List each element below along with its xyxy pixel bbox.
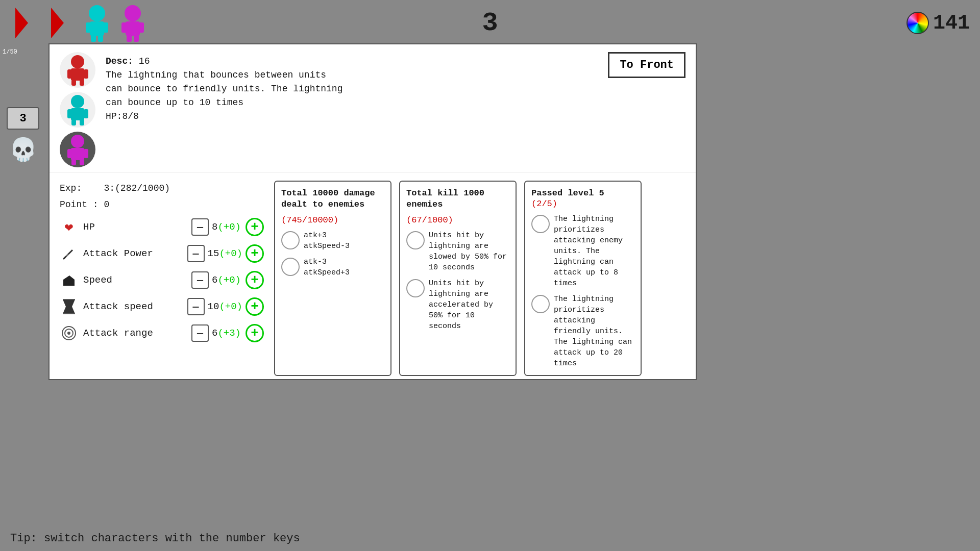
kill-card-title: Total kill 1000 enemies	[406, 188, 509, 210]
speed-bonus: (+0)	[217, 274, 241, 286]
speed-minus-button[interactable]: —	[191, 271, 209, 289]
wave-number: 3	[482, 8, 498, 38]
attack-power-value: 15(+0)	[208, 248, 242, 259]
health-bar-text: 1/50	[3, 48, 17, 56]
svg-rect-22	[67, 109, 72, 118]
level-card: Passed level 5 (2/5) The lightning prior…	[524, 181, 642, 376]
hp-minus-button[interactable]: —	[191, 218, 209, 236]
svg-rect-10	[121, 22, 127, 33]
sidebar: 3 💀	[0, 46, 46, 383]
svg-marker-1	[51, 8, 64, 38]
desc-line2: can bounce to friendly units. The lightn…	[106, 82, 598, 96]
attack-speed-plus-button[interactable]: +	[246, 297, 264, 316]
avatar-cyan	[60, 92, 95, 128]
svg-rect-7	[98, 35, 103, 42]
stat-row-attack-speed: Attack speed — 10(+0) +	[60, 295, 264, 318]
main-panel: Desc: 16 The lightning that bounces betw…	[48, 43, 697, 380]
svg-marker-37	[63, 299, 75, 314]
attack-speed-minus-button[interactable]: —	[187, 298, 205, 315]
svg-rect-29	[84, 149, 88, 158]
wave-badge[interactable]: 3	[7, 107, 39, 130]
damage-option-1-circle[interactable]	[281, 231, 300, 249]
skull-icon: 💀	[8, 135, 38, 165]
attack-power-minus-button[interactable]: —	[187, 245, 205, 262]
stat-controls-attack-range: — 6(+3) +	[191, 324, 264, 342]
damage-card: Total 10000 damage dealt to enemies (745…	[274, 181, 391, 376]
exp-value: 3:(282/1000)	[104, 183, 170, 193]
stat-label-hp: HP	[83, 221, 165, 233]
char-avatars	[60, 52, 95, 167]
hourglass-icon	[60, 297, 78, 316]
stat-label-speed: Speed	[83, 274, 165, 286]
svg-marker-0	[15, 8, 28, 38]
desc-line3: can bounce up to 10 times	[106, 96, 598, 110]
level-option-1[interactable]: The lightning prioritizes attacking enem…	[531, 214, 634, 289]
svg-rect-6	[91, 35, 96, 42]
svg-rect-23	[84, 109, 88, 118]
svg-rect-9	[126, 21, 140, 36]
attack-power-plus-button[interactable]: +	[246, 244, 264, 263]
level-card-title: Passed level 5 (2/5)	[531, 188, 634, 209]
attack-range-minus-button[interactable]: —	[191, 324, 209, 342]
player-icon-red-2	[46, 5, 77, 41]
svg-rect-18	[71, 80, 76, 86]
damage-option-1[interactable]: atk+3atkSpeed-3	[281, 230, 384, 252]
player-icon-magenta	[117, 5, 148, 41]
speed-plus-button[interactable]: +	[246, 271, 264, 289]
svg-point-26	[71, 135, 84, 148]
level-option-2[interactable]: The lightning prioritizes attacking frie…	[531, 294, 634, 369]
svg-line-35	[66, 254, 68, 256]
svg-rect-13	[134, 35, 139, 42]
level-card-progress: (2/5)	[531, 199, 557, 209]
heart-icon: ❤	[60, 218, 78, 236]
kill-option-2-text: Units hit by lightning are accelerated b…	[429, 278, 509, 332]
bottom-tip: Tip: switch characters with the number k…	[0, 525, 980, 551]
stats-section: Exp: 3:(282/1000) Point : 0 ❤ HP — 8(+0)…	[60, 178, 264, 376]
attack-range-plus-button[interactable]: +	[246, 324, 264, 342]
damage-option-2-text: atk-3atkSpeed+3	[304, 257, 350, 278]
svg-rect-17	[84, 69, 88, 79]
kill-card-progress: (67/1000)	[406, 215, 509, 225]
kill-option-1-circle[interactable]	[406, 231, 425, 249]
stat-label-attack-speed: Attack speed	[83, 301, 165, 312]
exp-line: Exp: 3:(282/1000)	[60, 183, 264, 193]
kill-option-1[interactable]: Units hit by lightning are slowed by 50%…	[406, 230, 509, 273]
panel-body: Exp: 3:(282/1000) Point : 0 ❤ HP — 8(+0)…	[50, 173, 696, 381]
desc-label: Desc:	[106, 56, 133, 66]
kill-option-2-circle[interactable]	[406, 279, 425, 297]
to-front-button[interactable]: To Front	[608, 52, 685, 78]
svg-rect-24	[71, 119, 76, 126]
stat-label-attack-range: Attack range	[83, 328, 165, 339]
damage-option-1-text: atk+3atkSpeed-3	[304, 230, 350, 252]
svg-rect-27	[71, 148, 84, 160]
stat-row-speed: Speed — 6(+0) +	[60, 269, 264, 291]
avatar-red	[60, 52, 95, 88]
attack-range-bonus: (+3)	[217, 328, 241, 339]
svg-rect-30	[71, 159, 76, 165]
sword-icon	[60, 244, 78, 263]
panel-header: Desc: 16 The lightning that bounces betw…	[50, 44, 696, 173]
level-option-2-circle[interactable]	[531, 295, 550, 313]
kill-option-2[interactable]: Units hit by lightning are accelerated b…	[406, 278, 509, 332]
hp-plus-button[interactable]: +	[246, 218, 264, 236]
attack-power-bonus: (+0)	[219, 248, 242, 259]
damage-option-2[interactable]: atk-3atkSpeed+3	[281, 257, 384, 278]
svg-point-14	[71, 55, 84, 68]
level-option-2-text: The lightning prioritizes attacking frie…	[554, 294, 634, 369]
desc-id: 16	[139, 56, 150, 66]
stat-controls-attack-speed: — 10(+0) +	[187, 297, 264, 316]
svg-rect-16	[67, 69, 72, 79]
tip-text: Tip: switch characters with the number k…	[10, 532, 300, 545]
hp-bonus: (+0)	[217, 221, 241, 233]
kill-card: Total kill 1000 enemies (67/1000) Units …	[399, 181, 517, 376]
stat-controls-hp: — 8(+0) +	[191, 218, 264, 236]
hp-value: 8(+0)	[212, 221, 242, 233]
stat-controls-attack-power: — 15(+0) +	[187, 244, 264, 263]
damage-card-title: Total 10000 damage dealt to enemies	[281, 188, 384, 210]
cards-section: Total 10000 damage dealt to enemies (745…	[274, 178, 685, 376]
stat-label-attack-power: Attack Power	[83, 248, 165, 259]
damage-option-2-circle[interactable]	[281, 258, 300, 276]
player-icon-cyan	[82, 5, 112, 41]
level-option-1-circle[interactable]	[531, 215, 550, 233]
svg-rect-21	[71, 108, 84, 120]
